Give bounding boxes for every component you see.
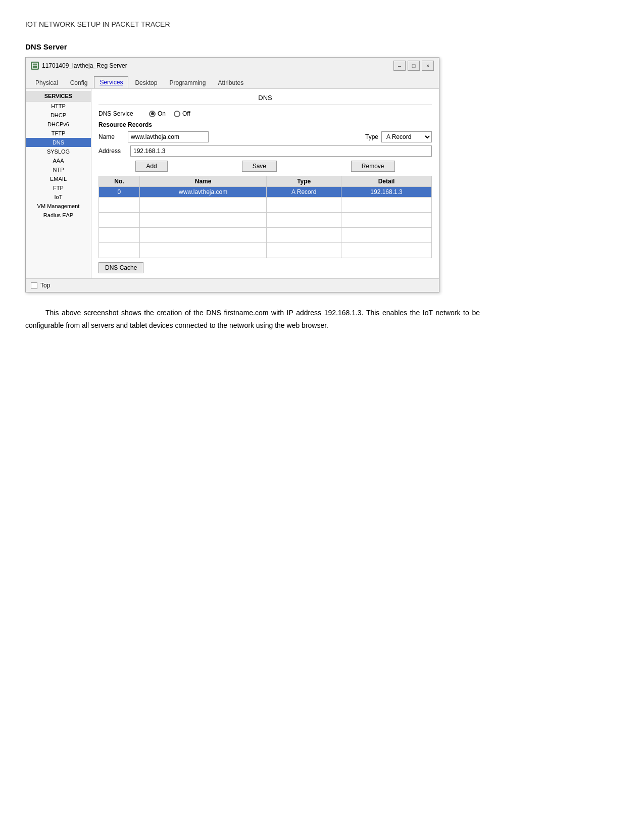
window-titlebar: 11701409_lavtheja_Reg Server – □ ×: [26, 58, 439, 74]
svg-rect-0: [32, 63, 37, 68]
remove-button[interactable]: Remove: [351, 161, 395, 172]
cell-detail: 192.168.1.3: [341, 187, 432, 198]
type-label: Type: [365, 133, 378, 140]
application-window: 11701409_lavtheja_Reg Server – □ × Physi…: [25, 57, 439, 292]
radio-on-button[interactable]: [149, 111, 156, 117]
sidebar-item-dhcp[interactable]: DHCP: [26, 111, 91, 120]
dns-cache-button[interactable]: DNS Cache: [98, 262, 143, 273]
dns-service-radio-group: On Off: [149, 110, 190, 117]
tab-config[interactable]: Config: [65, 77, 93, 88]
radio-on[interactable]: On: [149, 110, 166, 117]
sidebar-item-vm-management[interactable]: VM Management: [26, 202, 91, 211]
main-panel: DNS DNS Service On Off Resource Records: [91, 89, 439, 278]
minimize-button[interactable]: –: [393, 61, 406, 71]
address-label: Address: [98, 148, 126, 155]
tab-desktop[interactable]: Desktop: [129, 77, 163, 88]
resource-records-label: Resource Records: [98, 121, 432, 128]
top-label: Top: [40, 282, 50, 289]
sidebar-item-http[interactable]: HTTP: [26, 102, 91, 111]
type-select[interactable]: A Record AAAA Record CNAME Record NS Rec…: [381, 131, 432, 142]
window-body: SERVICES HTTP DHCP DHCPv6 TFTP DNS SYSLO…: [26, 89, 439, 278]
description-text: This above screenshot shows the creation…: [25, 307, 480, 332]
sidebar: SERVICES HTTP DHCP DHCPv6 TFTP DNS SYSLO…: [26, 89, 91, 278]
cell-name: www.lavtheja.com: [139, 187, 267, 198]
window-controls: – □ ×: [393, 61, 434, 71]
address-input[interactable]: [130, 145, 432, 157]
col-type: Type: [267, 176, 341, 187]
name-label: Name: [98, 133, 124, 140]
name-input[interactable]: [128, 131, 209, 142]
col-no: No.: [99, 176, 140, 187]
sidebar-item-ftp[interactable]: FTP: [26, 183, 91, 192]
sidebar-item-dhcpv6[interactable]: DHCPv6: [26, 120, 91, 129]
add-button[interactable]: Add: [135, 161, 167, 172]
sidebar-item-email[interactable]: EMAIL: [26, 174, 91, 183]
tab-physical[interactable]: Physical: [30, 77, 64, 88]
col-name: Name: [139, 176, 267, 187]
page-title: IOT NETWORK SETUP IN PACKET TRACER: [25, 20, 619, 28]
restore-button[interactable]: □: [408, 61, 420, 71]
close-button[interactable]: ×: [422, 61, 434, 71]
tab-attributes[interactable]: Attributes: [212, 77, 249, 88]
section-heading: DNS Server: [25, 42, 619, 51]
window-icon: [31, 62, 39, 70]
description-paragraph: This above screenshot shows the creation…: [25, 307, 480, 332]
sidebar-item-ntp[interactable]: NTP: [26, 165, 91, 174]
radio-off-button[interactable]: [174, 111, 180, 117]
dns-service-row: DNS Service On Off: [98, 110, 432, 117]
tab-programming[interactable]: Programming: [164, 77, 211, 88]
window-title-area: 11701409_lavtheja_Reg Server: [31, 62, 127, 70]
radio-on-label: On: [158, 110, 166, 117]
cell-type: A Record: [267, 187, 341, 198]
sidebar-item-radius-eap[interactable]: Radius EAP: [26, 211, 91, 220]
radio-off[interactable]: Off: [174, 110, 190, 117]
cell-no: 0: [99, 187, 140, 198]
sidebar-header: SERVICES: [26, 91, 91, 102]
sidebar-item-dns[interactable]: DNS: [26, 138, 91, 147]
sidebar-item-aaa[interactable]: AAA: [26, 156, 91, 165]
dns-records-table: No. Name Type Detail 0 www.lavtheja.com …: [98, 176, 432, 258]
action-button-row: Add Save Remove: [98, 161, 432, 172]
dns-panel-title: DNS: [98, 94, 432, 105]
address-row: Address: [98, 145, 432, 157]
col-detail: Detail: [341, 176, 432, 187]
window-title-text: 11701409_lavtheja_Reg Server: [42, 62, 127, 69]
top-checkbox[interactable]: [31, 282, 37, 289]
table-row[interactable]: 0 www.lavtheja.com A Record 192.168.1.3: [99, 187, 432, 198]
sidebar-item-iot[interactable]: IoT: [26, 192, 91, 202]
radio-off-label: Off: [182, 110, 190, 117]
window-footer: Top: [26, 278, 439, 292]
sidebar-item-syslog[interactable]: SYSLOG: [26, 147, 91, 156]
type-wrapper: Type A Record AAAA Record CNAME Record N…: [365, 131, 432, 142]
sidebar-item-tftp[interactable]: TFTP: [26, 129, 91, 138]
tab-services[interactable]: Services: [94, 76, 128, 88]
dns-service-label: DNS Service: [98, 110, 139, 117]
tab-bar: Physical Config Services Desktop Program…: [26, 74, 439, 89]
save-button[interactable]: Save: [242, 161, 277, 172]
name-type-row: Name Type A Record AAAA Record CNAME Rec…: [98, 131, 432, 142]
